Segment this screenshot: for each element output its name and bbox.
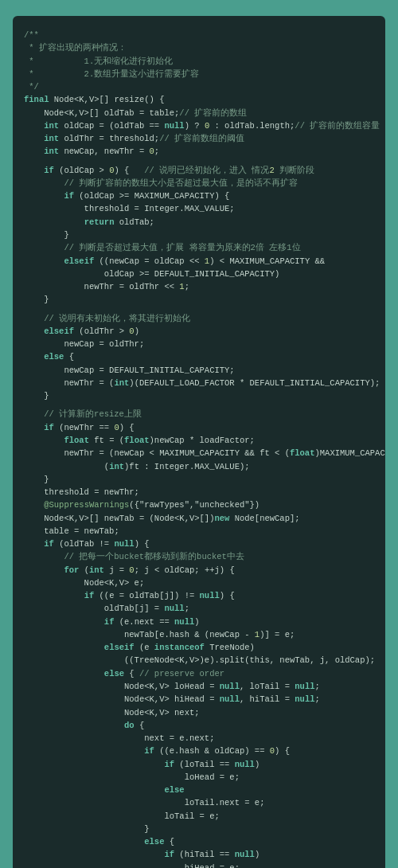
code-content: /** * 扩容出现的两种情况： * 1.无和缩化进行初始化 * 2.数组升量这…: [24, 29, 374, 868]
code-editor: /** * 扩容出现的两种情况： * 1.无和缩化进行初始化 * 2.数组升量这…: [13, 16, 385, 868]
